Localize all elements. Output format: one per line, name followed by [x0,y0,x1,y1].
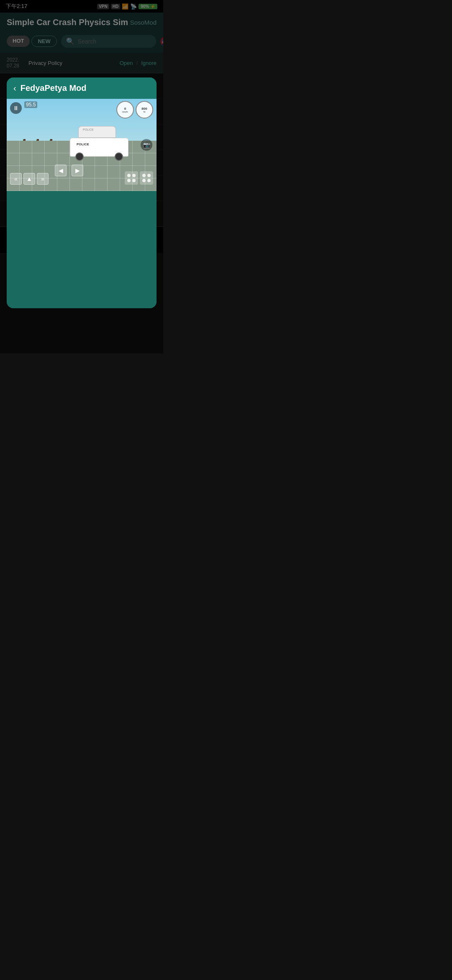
modal-content-area [7,191,157,308]
hud-gauges: 0 km/h 800 N [116,101,153,119]
reverse-control[interactable]: ◀ [55,165,67,176]
modal-back-button[interactable]: ‹ [13,83,16,93]
turn-right-control[interactable]: » [37,173,49,185]
police-car: POLICE POLICE [70,126,128,157]
pause-button[interactable]: ⏸ [10,102,22,114]
modal-title: FedyaPetya Mod [21,83,87,93]
hud-action-buttons [125,171,153,185]
camera-button[interactable]: 📷 [141,139,152,151]
turn-left-control[interactable]: « [10,173,22,185]
forward-control[interactable]: ▶ [72,165,83,176]
modal-header: ‹ FedyaPetya Mod [7,77,157,99]
mod-preview-image: POLICE POLICE ⏸ 95.5 [7,99,157,191]
action-button-2[interactable] [140,171,153,185]
game-scene: POLICE POLICE ⏸ 95.5 [7,99,157,191]
accelerate-control[interactable]: ▲ [23,173,35,185]
speed-display: 95.5 [24,101,37,108]
tachometer-gauge: 800 N [136,101,153,119]
speed-gauge: 0 km/h [116,101,134,119]
drive-controls: « ▲ » [10,173,49,185]
fedyapetya-modal: ‹ FedyaPetya Mod [7,77,157,308]
action-button-1[interactable] [125,171,138,185]
